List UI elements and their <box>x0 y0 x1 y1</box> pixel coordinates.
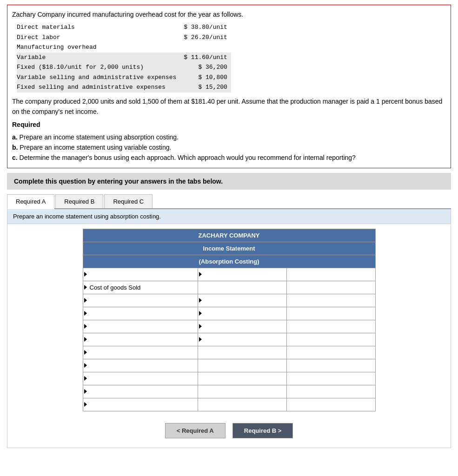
intro-text: Zachary Company incurred manufacturing o… <box>12 10 446 20</box>
cost-label-3: Variable <box>17 53 180 63</box>
is-label-input-1[interactable] <box>83 268 198 280</box>
is-row-11 <box>83 398 375 411</box>
cost-row-2: Manufacturing overhead <box>17 42 231 53</box>
is-mid-cell-1 <box>198 268 286 281</box>
is-header-row-1: ZACHARY COMPANY <box>83 229 375 242</box>
is-label-input-8[interactable] <box>83 359 198 371</box>
problem-statement: Zachary Company incurred manufacturing o… <box>7 5 451 168</box>
pointer-10 <box>84 389 87 394</box>
cost-value-4: $ 36,200 <box>180 62 231 73</box>
is-right-cell-4 <box>286 307 375 320</box>
narrative: The company produced 2,000 units and sol… <box>12 96 446 163</box>
is-label-input-11[interactable] <box>83 398 198 410</box>
pointer-mid-5 <box>199 324 202 329</box>
pointer-mid-6 <box>199 337 202 342</box>
is-mid-input-6[interactable] <box>198 333 286 345</box>
cost-value-0: $ 38.80/unit <box>180 22 231 33</box>
pointer-6 <box>84 337 87 342</box>
is-row-7 <box>83 346 375 359</box>
is-right-input-9[interactable] <box>287 372 375 384</box>
tab-required-b[interactable]: Required B <box>55 194 103 208</box>
prev-button[interactable]: < Required A <box>165 423 226 438</box>
pointer-7 <box>84 350 87 355</box>
is-label-input-9[interactable] <box>83 372 198 384</box>
is-row-6 <box>83 333 375 346</box>
statement-title-header: Income Statement <box>83 242 375 255</box>
is-mid-cell-11 <box>198 398 286 411</box>
is-row-5 <box>83 320 375 333</box>
bottom-nav: < Required A Required B > <box>7 423 451 448</box>
cost-label-0: Direct materials <box>17 22 180 33</box>
next-button[interactable]: Required B > <box>232 423 293 438</box>
cost-value-5: $ 10,800 <box>180 73 231 83</box>
narrative-text: The company produced 2,000 units and sol… <box>12 96 446 117</box>
is-label-input-4[interactable] <box>83 307 198 319</box>
pointer-9 <box>84 376 87 381</box>
cost-row-3: Variable $ 11.60/unit <box>17 53 231 63</box>
tab-b-label: Required B <box>64 198 94 205</box>
is-label-input-6[interactable] <box>83 333 198 345</box>
is-header-row-2: Income Statement <box>83 242 375 255</box>
part-b: b. Prepare an income statement using var… <box>12 142 446 152</box>
is-mid-input-5[interactable] <box>198 320 286 332</box>
is-label-input-7[interactable] <box>83 346 198 358</box>
is-label-cell-9 <box>83 372 198 385</box>
is-label-input-5[interactable] <box>83 320 198 332</box>
cost-row-4: Fixed ($18.10/unit for 2,000 units) $ 36… <box>17 62 231 73</box>
is-row-3 <box>83 294 375 307</box>
statement-subtitle-header: (Absorption Costing) <box>83 255 375 268</box>
prev-button-label: < Required A <box>177 427 214 434</box>
cost-row-0: Direct materials $ 38.80/unit <box>17 22 231 33</box>
pointer-1 <box>84 272 87 277</box>
is-right-cell-7 <box>286 346 375 359</box>
pointer-mid-1 <box>199 272 202 277</box>
is-label-input-3[interactable] <box>83 294 198 306</box>
next-button-label: Required B > <box>244 427 282 434</box>
pointer-11 <box>84 402 87 407</box>
tab-content-a: Prepare an income statement using absorp… <box>7 209 451 448</box>
is-label-input-10[interactable] <box>83 385 198 397</box>
tab-required-c[interactable]: Required C <box>104 194 153 208</box>
is-right-cell-11 <box>286 398 375 411</box>
tab-a-label: Required A <box>16 198 46 205</box>
cost-value-1: $ 26.20/unit <box>180 33 231 43</box>
is-label-cell-4 <box>83 307 198 320</box>
is-label-cell-10 <box>83 385 198 398</box>
pointer-2 <box>84 285 87 290</box>
is-mid-cell-7 <box>198 346 286 359</box>
tab-required-a[interactable]: Required A <box>7 194 54 209</box>
pointer-4 <box>84 311 87 316</box>
cost-row-5: Variable selling and administrative expe… <box>17 73 231 83</box>
pointer-3 <box>84 298 87 303</box>
cost-label-1: Direct labor <box>17 33 180 43</box>
is-mid-cell-3 <box>198 294 286 307</box>
is-mid-cell-6 <box>198 333 286 346</box>
part-c-letter: c. <box>12 154 18 161</box>
is-label-cell-2: Cost of goods Sold <box>83 281 198 294</box>
income-statement-container: ZACHARY COMPANY Income Statement (Absorp… <box>7 224 451 416</box>
is-right-input-10[interactable] <box>287 385 375 397</box>
cost-table: Direct materials $ 38.80/unit Direct lab… <box>17 22 231 93</box>
is-mid-input-4[interactable] <box>198 307 286 319</box>
is-row-4 <box>83 307 375 320</box>
part-b-text: Prepare an income statement using variab… <box>20 144 171 151</box>
is-right-input-1[interactable] <box>287 268 375 280</box>
cost-label-4: Fixed ($18.10/unit for 2,000 units) <box>17 62 180 73</box>
cost-value-3: $ 11.60/unit <box>180 53 231 63</box>
part-a-letter: a. <box>12 133 18 141</box>
is-mid-input-1[interactable] <box>198 268 286 280</box>
pointer-8 <box>84 363 87 368</box>
is-label-cell-1 <box>83 268 198 281</box>
is-right-cell-3 <box>286 294 375 307</box>
instruction-bar: Complete this question by entering your … <box>7 173 451 190</box>
income-statement-table: ZACHARY COMPANY Income Statement (Absorp… <box>83 229 376 411</box>
is-mid-input-3[interactable] <box>198 294 286 306</box>
part-c-text: Determine the manager's bonus using each… <box>20 154 356 161</box>
is-right-input-11[interactable] <box>287 398 375 410</box>
required-label: Required <box>12 119 446 130</box>
is-mid-cell-8 <box>198 359 286 372</box>
is-right-cell-2 <box>286 281 375 294</box>
instruction-text: Complete this question by entering your … <box>14 178 223 185</box>
is-row-9 <box>83 372 375 385</box>
is-label-cell-11 <box>83 398 198 411</box>
